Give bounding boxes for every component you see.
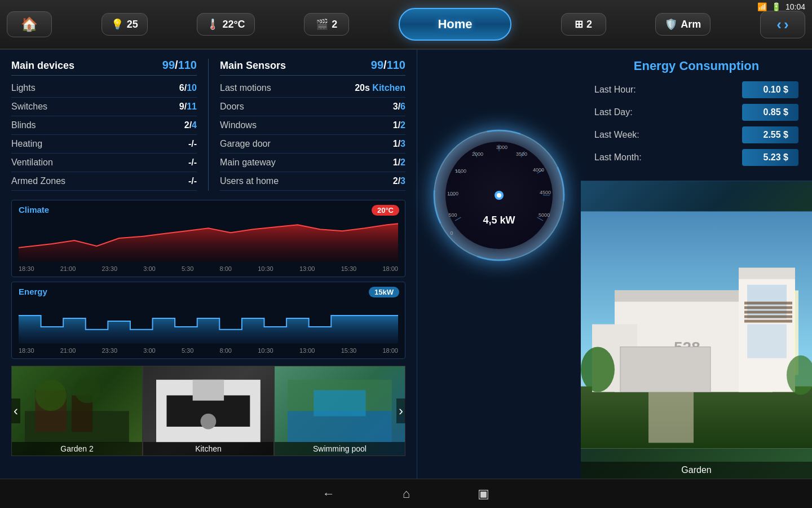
climate-chart: Climate 20°C 18:3021:0023:303:005:308:00… (11, 200, 405, 277)
thumb-prev-button[interactable]: ‹ (11, 398, 20, 423)
temperature-button[interactable]: 🌡️ 22°C (197, 13, 254, 36)
svg-marker-0 (19, 224, 398, 261)
arm-icon: 🛡️ (665, 18, 677, 30)
charts-area: Climate 20°C 18:3021:0023:303:005:308:00… (11, 200, 405, 364)
energy-chart: Energy 15kW 18:3021:0023:303:005:308:001… (11, 282, 405, 359)
house-illustration: 528 (581, 181, 812, 479)
svg-marker-1 (19, 316, 398, 343)
main-sensors-list: Last motions 20s Kitchen Doors 3/6 Windo… (220, 79, 405, 191)
last-day-value[interactable]: 0.85 $ (742, 104, 798, 121)
svg-rect-50 (744, 302, 792, 305)
users-at-home-label: Users at home (220, 176, 279, 186)
energy-chart-label: Energy (19, 287, 398, 296)
energy-badge: 15kW (369, 287, 399, 297)
list-item: Ventilation -/- (11, 154, 197, 172)
main-sensors-title: Main Sensors (220, 60, 286, 72)
thumbnail-label-pool: Swimming pool (275, 442, 405, 456)
energy-rows: Last Hour: 0.10 $ Last Day: 0.85 $ Last … (594, 81, 798, 166)
zones-count: 2 (586, 19, 592, 30)
svg-rect-52 (744, 311, 792, 314)
list-item: Main gateway 1/2 (220, 154, 405, 172)
thumbnail-label-kitchen: Kitchen (143, 442, 273, 456)
thumbnail-kitchen[interactable]: Kitchen (143, 366, 274, 456)
list-item: Doors 3/6 (220, 98, 405, 116)
stats-row: Main devices 99/110 Lights 6/10 Switches… (11, 59, 405, 191)
energy-last-week: Last Week: 2.55 $ (594, 126, 798, 143)
list-item: Last motions 20s Kitchen (220, 79, 405, 98)
pool-illustration (288, 375, 392, 446)
climate-chart-label: Climate (19, 205, 398, 214)
svg-rect-56 (620, 347, 710, 392)
zones-button[interactable]: ⊞ 2 (561, 13, 606, 36)
main-sensors-count: 99/110 (371, 59, 405, 72)
main-area: Main devices 99/110 Lights 6/10 Switches… (0, 50, 812, 479)
main-sensors-panel: Main Sensors 99/110 Last motions 20s Kit… (220, 59, 405, 191)
energy-last-hour: Last Hour: 0.10 $ (594, 81, 798, 98)
house-photo-label: Garden (581, 462, 812, 479)
kitchen-illustration (156, 375, 261, 446)
svg-rect-53 (744, 316, 792, 318)
arm-label: Arm (681, 19, 701, 30)
last-month-value[interactable]: 5.23 $ (742, 149, 798, 166)
back-icon[interactable]: ‹ (776, 16, 782, 33)
home-nav-button[interactable]: ⌂ (403, 487, 410, 501)
top-bar: 🏠 💡 25 🌡️ 22°C 🎬 2 Home ⊞ 2 🛡️ Arm ‹ › (0, 0, 812, 50)
thumbnail-garden2[interactable]: Garden 2 (11, 366, 143, 456)
thumb-next-button[interactable]: › (396, 398, 405, 423)
lights-count: 25 (127, 19, 138, 30)
svg-rect-42 (581, 387, 812, 449)
scenes-button[interactable]: 🎬 2 (304, 13, 349, 36)
climate-chart-svg (19, 217, 398, 262)
thumbnails-row: ‹ Garden 2 (11, 366, 405, 456)
last-week-value[interactable]: 2.55 $ (742, 126, 798, 143)
last-hour-label: Last Hour: (594, 85, 636, 95)
main-sensors-header: Main Sensors 99/110 (220, 59, 405, 76)
thumbnail-pool[interactable]: Swimming pool (274, 366, 405, 456)
forward-icon[interactable]: › (784, 16, 789, 33)
home-button[interactable]: Home (399, 8, 511, 41)
list-item: Windows 1/2 (220, 116, 405, 135)
svg-point-6 (74, 377, 100, 403)
clock: 10:04 (785, 2, 805, 11)
list-item: Blinds 2/4 (11, 116, 197, 135)
svg-text:4500: 4500 (540, 190, 551, 195)
svg-text:2000: 2000 (472, 151, 483, 157)
main-devices-count: 99/110 (162, 59, 197, 72)
svg-rect-13 (314, 390, 365, 416)
users-at-home-item: Users at home 2/3 (220, 172, 405, 191)
svg-text:4,5 kW: 4,5 kW (483, 214, 515, 226)
energy-last-month: Last Month: 5.23 $ (594, 149, 798, 166)
energy-last-day: Last Day: 0.85 $ (594, 104, 798, 121)
home-icon-button[interactable]: 🏠 (7, 11, 52, 37)
svg-text:0: 0 (450, 230, 453, 236)
battery-icon: 🔋 (771, 2, 781, 11)
last-week-label: Last Week: (594, 130, 639, 140)
right-panel: Energy Consumption Last Hour: 0.10 $ Las… (581, 50, 812, 479)
status-bar: 📶 🔋 10:04 (751, 0, 812, 14)
lights-button[interactable]: 💡 25 (102, 13, 148, 36)
svg-point-10 (201, 414, 217, 430)
svg-text:1500: 1500 (455, 168, 466, 174)
energy-chart-svg (19, 299, 398, 344)
last-hour-value[interactable]: 0.10 $ (742, 81, 798, 98)
last-month-label: Last Month: (594, 152, 642, 163)
back-button[interactable]: ← (323, 487, 335, 501)
garden2-illustration (25, 375, 129, 446)
list-item: Lights 6/10 (11, 79, 197, 98)
svg-text:3000: 3000 (496, 144, 508, 150)
wifi-icon: 📶 (757, 2, 767, 11)
nav-buttons[interactable]: ‹ › (760, 11, 805, 38)
divider (208, 59, 209, 191)
temp-icon: 🌡️ (206, 18, 219, 30)
svg-rect-49 (747, 325, 787, 358)
energy-time-labels: 18:3021:0023:303:005:308:0010:3013:0015:… (19, 347, 398, 354)
svg-text:3500: 3500 (516, 151, 527, 157)
gauge-container: 500 1000 1500 2000 3000 3500 4000 4500 5… (431, 128, 567, 263)
main-devices-list: Lights 6/10 Switches 9/11 Blinds 2/4 Hea… (11, 79, 197, 191)
list-item: Switches 9/11 (11, 98, 197, 116)
arm-button[interactable]: 🛡️ Arm (655, 13, 710, 36)
svg-point-37 (497, 193, 501, 198)
svg-rect-60 (648, 392, 694, 443)
energy-consumption-section: Energy Consumption Last Hour: 0.10 $ Las… (581, 50, 812, 181)
recent-apps-button[interactable]: ▣ (478, 487, 489, 501)
